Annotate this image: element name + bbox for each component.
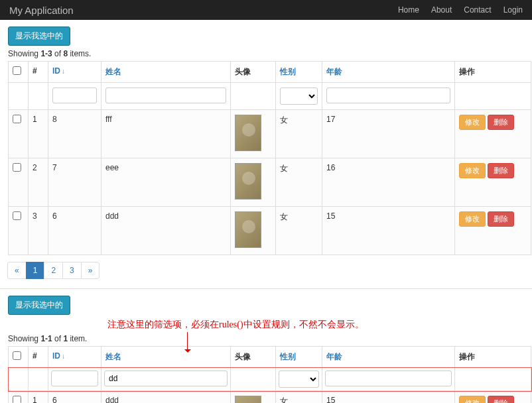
avatar-image (235, 115, 261, 151)
filter-id-input[interactable] (52, 87, 97, 103)
filter-name-input[interactable] (105, 87, 226, 103)
cell-id: 8 (48, 110, 101, 158)
grid2-header-name[interactable]: 姓名 (101, 347, 231, 368)
cell-index: 1 (29, 391, 48, 404)
grid2-header-age[interactable]: 年龄 (322, 347, 455, 368)
edit-button[interactable]: 修改 (459, 115, 486, 130)
nav-login[interactable]: Login (503, 5, 523, 15)
grid2-summary: Showing 1-1 of 1 item. (8, 334, 524, 343)
nav-about[interactable]: About (431, 5, 452, 15)
grid2-body: 16ddd女15修改 删除 (9, 391, 531, 404)
cell-name: ddd (101, 207, 231, 255)
select-all-checkbox-2[interactable] (13, 351, 21, 360)
cell-gender: 女 (276, 158, 322, 207)
cell-id: 6 (48, 207, 101, 255)
filter-age-input[interactable] (326, 87, 450, 103)
cell-index: 3 (29, 207, 48, 255)
grid1-header-index: # (29, 62, 48, 83)
page-1[interactable]: 1 (26, 262, 45, 279)
sort-age-link[interactable]: 年龄 (326, 67, 342, 76)
select-all-checkbox[interactable] (13, 66, 21, 75)
show-selected-button-2[interactable]: 显示我选中的 (8, 296, 70, 315)
cell-name: eee (101, 158, 231, 207)
page-next[interactable]: » (81, 262, 100, 279)
grid1-header-name[interactable]: 姓名 (101, 62, 231, 83)
sort-age-link-2[interactable]: 年龄 (326, 352, 342, 361)
grid1-header-select-all (9, 62, 29, 83)
sort-gender-link-2[interactable]: 性别 (280, 352, 296, 361)
summary-suffix: item. (68, 334, 87, 343)
avatar-image (235, 396, 261, 403)
table-row: 16ddd女15修改 删除 (9, 391, 531, 404)
row-checkbox[interactable] (13, 163, 21, 172)
filter-gender-select-2[interactable] (279, 371, 319, 388)
nav-home[interactable]: Home (398, 5, 419, 15)
grid1-section: 显示我选中的 Showing 1-3 of 8 items. # ID 姓名 头… (0, 20, 532, 289)
edit-button[interactable]: 修改 (459, 211, 486, 227)
grid1-header-age[interactable]: 年龄 (322, 62, 455, 83)
cell-age: 15 (322, 207, 455, 255)
grid1-header-ops: 操作 (455, 62, 531, 83)
row-checkbox[interactable] (13, 211, 21, 220)
filter-name-input-2[interactable] (104, 371, 228, 386)
summary-mid: of (52, 334, 64, 343)
edit-button[interactable]: 修改 (459, 163, 486, 178)
sort-name-link-2[interactable]: 姓名 (105, 352, 121, 361)
cell-gender: 女 (276, 110, 322, 158)
cell-gender: 女 (276, 391, 322, 404)
arrow-down-icon (187, 332, 188, 352)
row-checkbox[interactable] (13, 396, 21, 403)
grid2-section: 显示我选中的 注意这里的筛选项，必须在rules()中设置规则，不然不会显示。 … (0, 289, 532, 403)
page-prev[interactable]: « (7, 262, 27, 279)
filter-id-input-2[interactable] (51, 371, 98, 386)
page-3[interactable]: 3 (62, 262, 82, 279)
delete-button[interactable]: 删除 (488, 211, 514, 227)
cell-age: 16 (322, 158, 455, 207)
cell-actions: 修改 删除 (455, 110, 531, 158)
filter-gender-select[interactable] (280, 87, 318, 105)
navbar-links: Home About Contact Login (398, 5, 523, 15)
sort-id-link[interactable]: ID (52, 66, 65, 76)
table-row: 27eee女16修改 删除 (9, 158, 531, 207)
summary-range: 1-1 (40, 334, 52, 343)
cell-avatar (231, 207, 276, 255)
navbar: My Application Home About Contact Login (0, 0, 532, 20)
app-brand: My Application (9, 5, 74, 16)
grid2-header-id[interactable]: ID (48, 347, 101, 368)
show-selected-button[interactable]: 显示我选中的 (8, 27, 70, 46)
sort-gender-link[interactable]: 性别 (280, 67, 296, 76)
cell-gender: 女 (276, 207, 322, 255)
grid2-header-gender[interactable]: 性别 (276, 347, 322, 368)
row-checkbox[interactable] (13, 115, 21, 123)
nav-contact[interactable]: Contact (464, 5, 491, 15)
grid1-header-gender[interactable]: 性别 (276, 62, 322, 83)
cell-index: 2 (29, 158, 48, 207)
delete-button[interactable]: 删除 (488, 163, 514, 178)
cell-id: 7 (48, 158, 101, 207)
avatar-image (235, 163, 261, 200)
cell-name: fff (101, 110, 231, 158)
cell-index: 1 (29, 110, 48, 158)
filter-age-input-2[interactable] (325, 371, 452, 386)
sort-id-link-2[interactable]: ID (52, 351, 65, 361)
annotation-text: 注意这里的筛选项，必须在rules()中设置规则，不然不会显示。 (107, 319, 524, 331)
grid2-header-index: # (29, 347, 48, 368)
cell-age: 15 (322, 391, 455, 404)
grid1-summary: Showing 1-3 of 8 items. (8, 49, 524, 58)
delete-button[interactable]: 删除 (488, 396, 514, 403)
sort-name-link[interactable]: 姓名 (105, 67, 121, 76)
table-row: 18fff女17修改 删除 (9, 110, 531, 158)
cell-name: ddd (101, 391, 231, 404)
cell-actions: 修改 删除 (455, 158, 531, 207)
summary-range: 1-3 (40, 49, 52, 58)
grid1-header-id[interactable]: ID (48, 62, 101, 83)
cell-avatar (231, 158, 276, 207)
page-2[interactable]: 2 (44, 262, 63, 279)
grid2-header-ops: 操作 (455, 347, 531, 368)
cell-avatar (231, 110, 276, 158)
cell-id: 6 (48, 391, 101, 404)
table-row: 36ddd女15修改 删除 (9, 207, 531, 255)
delete-button[interactable]: 删除 (488, 115, 514, 130)
summary-prefix: Showing (8, 334, 40, 343)
edit-button[interactable]: 修改 (459, 396, 486, 403)
